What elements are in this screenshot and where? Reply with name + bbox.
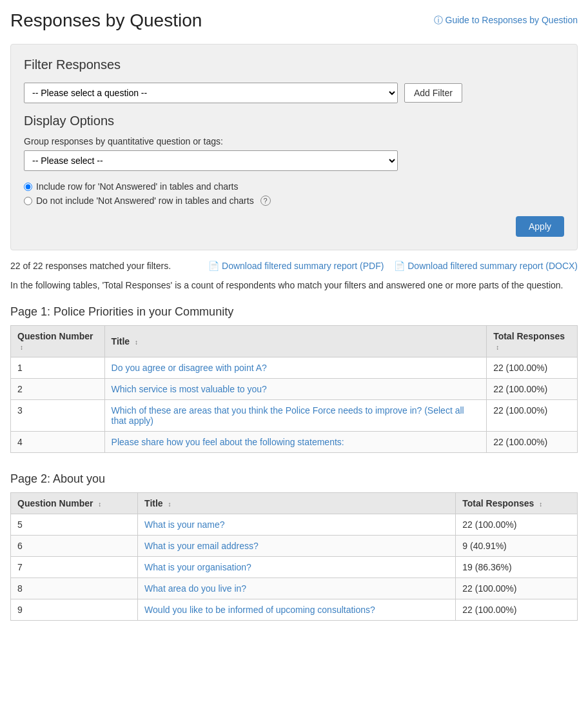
download-docx-link[interactable]: 📄 Download filtered summary report (DOCX… (394, 261, 578, 271)
table-row: 2Which service is most valuable to you?2… (11, 379, 578, 400)
page-section-title-1: Page 1: Police Priorities in your Commun… (10, 305, 578, 319)
question-select[interactable]: -- Please select a question -- (24, 83, 398, 103)
question-title-cell: What is your organisation? (138, 557, 456, 578)
question-title-link[interactable]: What is your email address? (144, 541, 259, 551)
total-responses-cell: 22 (100.00%) (487, 432, 578, 453)
page-title: Responses by Question (10, 10, 202, 31)
sort-icon: ↕ (98, 501, 101, 508)
radio-include-text: Include row for 'Not Answered' in tables… (36, 181, 239, 192)
question-title-link[interactable]: Which service is most valuable to you? (112, 384, 267, 394)
download-links: 📄 Download filtered summary report (PDF)… (208, 261, 578, 271)
radio-include-label[interactable]: Include row for 'Not Answered' in tables… (24, 181, 564, 192)
table-row: 8What area do you live in?22 (100.00%) (11, 578, 578, 599)
total-responses-cell: 22 (100.00%) (487, 357, 578, 379)
total-responses-cell: 22 (100.00%) (456, 514, 578, 536)
total-responses-cell: 22 (100.00%) (487, 379, 578, 400)
sort-icon: ↕ (539, 501, 542, 508)
question-title-cell: What is your email address? (138, 536, 456, 557)
question-number-cell: 1 (11, 357, 105, 379)
question-title-link[interactable]: Do you agree or disagree with point A? (112, 363, 267, 373)
apply-row: Apply (24, 216, 564, 237)
sort-icon: ↕ (20, 344, 23, 351)
total-responses-cell: 9 (40.91%) (456, 536, 578, 557)
total-responses-cell: 22 (100.00%) (456, 578, 578, 599)
radio-group: Include row for 'Not Answered' in tables… (24, 181, 564, 206)
table-row: 5What is your name?22 (100.00%) (11, 514, 578, 536)
radio-exclude-label[interactable]: Do not include 'Not Answered' row in tab… (24, 196, 564, 206)
table-row: 9Would you like to be informed of upcomi… (11, 599, 578, 621)
question-title-cell: Please share how you feel about the foll… (104, 432, 487, 453)
page-section-title-2: Page 2: About you (10, 472, 578, 486)
col-header-1[interactable]: Title ↕ (138, 493, 456, 514)
page-section-1: Page 1: Police Priorities in your Commun… (10, 305, 578, 453)
display-options: Display Options Group responses by quant… (24, 114, 564, 206)
table-page-2: Question Number ↕Title ↕Total Responses … (10, 492, 578, 621)
group-label: Group responses by quantitative question… (24, 136, 564, 146)
col-header-2[interactable]: Total Responses ↕ (456, 493, 578, 514)
display-options-heading: Display Options (24, 114, 564, 128)
radio-exclude-text: Do not include 'Not Answered' row in tab… (36, 196, 254, 206)
filter-panel: Filter Responses -- Please select a ques… (10, 44, 578, 250)
question-title-cell: Which service is most valuable to you? (104, 379, 487, 400)
question-title-cell: Would you like to be informed of upcomin… (138, 599, 456, 621)
question-title-cell: Do you agree or disagree with point A? (104, 357, 487, 379)
question-number-cell: 8 (11, 578, 138, 599)
question-title-cell: What area do you live in? (138, 578, 456, 599)
question-number-cell: 7 (11, 557, 138, 578)
sort-icon: ↕ (496, 344, 499, 351)
col-header-1[interactable]: Title ↕ (104, 326, 487, 357)
apply-button[interactable]: Apply (516, 216, 564, 237)
radio-include[interactable] (24, 183, 32, 191)
question-number-cell: 9 (11, 599, 138, 621)
question-title-link[interactable]: What is your organisation? (144, 562, 251, 572)
question-title-link[interactable]: What is your name? (144, 519, 225, 530)
total-responses-cell: 22 (100.00%) (456, 599, 578, 621)
info-text: In the following tables, 'Total Response… (10, 279, 578, 292)
guide-link[interactable]: ⓘ Guide to Responses by Question (434, 15, 578, 26)
docx-icon: 📄 (394, 261, 405, 271)
question-title-link[interactable]: Please share how you feel about the foll… (112, 437, 344, 447)
col-header-0[interactable]: Question Number ↕ (11, 326, 105, 357)
radio-exclude[interactable] (24, 197, 32, 205)
table-row: 6What is your email address?9 (40.91%) (11, 536, 578, 557)
question-number-cell: 4 (11, 432, 105, 453)
total-responses-cell: 19 (86.36%) (456, 557, 578, 578)
table-row: 4Please share how you feel about the fol… (11, 432, 578, 453)
pages-container: Page 1: Police Priorities in your Commun… (10, 305, 578, 621)
page-header: Responses by Question ⓘ Guide to Respons… (10, 10, 578, 31)
download-pdf-link[interactable]: 📄 Download filtered summary report (PDF) (208, 261, 384, 271)
question-title-cell: What is your name? (138, 514, 456, 536)
question-number-cell: 6 (11, 536, 138, 557)
sort-icon: ↕ (168, 501, 172, 508)
question-title-link[interactable]: What area do you live in? (144, 583, 246, 594)
group-select[interactable]: -- Please select -- (24, 150, 398, 171)
question-title-link[interactable]: Would you like to be informed of upcomin… (144, 605, 375, 615)
pdf-icon: 📄 (208, 261, 219, 271)
help-icon[interactable]: ? (260, 196, 271, 206)
page-section-2: Page 2: About youQuestion Number ↕Title … (10, 472, 578, 621)
table-row: 7What is your organisation?19 (86.36%) (11, 557, 578, 578)
question-title-cell: Which of these are areas that you think … (104, 400, 487, 432)
question-title-link[interactable]: Which of these are areas that you think … (112, 405, 464, 426)
table-row: 3Which of these are areas that you think… (11, 400, 578, 432)
total-responses-cell: 22 (100.00%) (487, 400, 578, 432)
sort-icon: ↕ (135, 339, 138, 346)
question-number-cell: 2 (11, 379, 105, 400)
col-header-0[interactable]: Question Number ↕ (11, 493, 138, 514)
question-number-cell: 3 (11, 400, 105, 432)
question-number-cell: 5 (11, 514, 138, 536)
question-circle-icon: ⓘ (434, 15, 443, 25)
filter-heading: Filter Responses (24, 57, 564, 72)
filter-row: -- Please select a question -- Add Filte… (24, 83, 564, 103)
add-filter-button[interactable]: Add Filter (404, 83, 462, 103)
table-row: 1Do you agree or disagree with point A?2… (11, 357, 578, 379)
col-header-2[interactable]: Total Responses ↕ (487, 326, 578, 357)
results-text: 22 of 22 responses matched your filters. (10, 261, 171, 271)
table-page-1: Question Number ↕Title ↕Total Responses … (10, 325, 578, 453)
results-bar: 22 of 22 responses matched your filters.… (10, 261, 578, 271)
